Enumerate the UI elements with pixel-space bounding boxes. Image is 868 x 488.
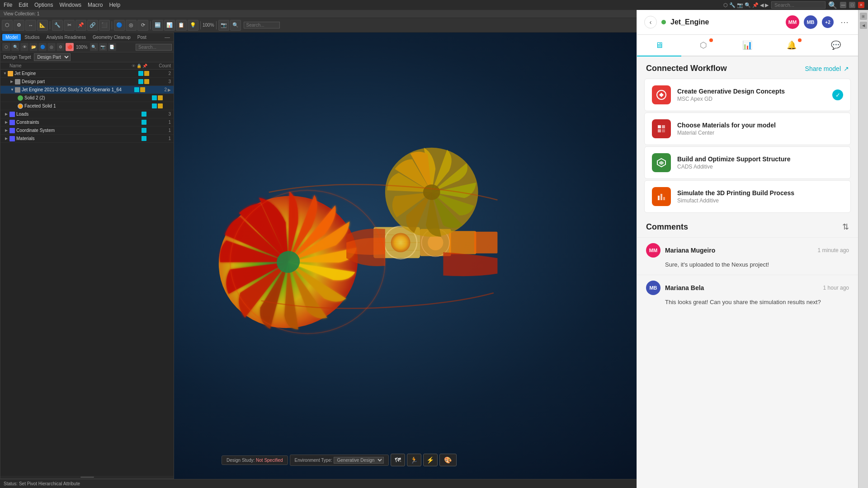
toolbar-icon-4[interactable]: 📐 [37, 20, 48, 31]
tab-studios[interactable]: Studios [21, 34, 42, 41]
tree-row-selected[interactable]: ▼ Jet Engine 2021-3 GD Study 2 GD Scenar… [0, 86, 174, 94]
more-menu-button[interactable]: ⋯ [838, 16, 851, 28]
toolbar-icon-6[interactable]: ✂ [64, 20, 75, 31]
menu-help[interactable]: Help [109, 2, 120, 8]
tab-analysis[interactable]: Analysis Readiness [43, 34, 89, 41]
back-button[interactable]: ‹ [644, 16, 657, 28]
toolbar-icon-18[interactable]: 🔍 [230, 20, 241, 31]
rsb-icon-1[interactable]: ⊞ [860, 13, 867, 20]
search-icon[interactable]: 🔍 [828, 1, 837, 9]
expand-arrow[interactable]: ▶ [5, 128, 9, 132]
panel-content: Connected Workflow Share model ↗ [637, 56, 858, 488]
toolbar-icon-3[interactable]: ↔ [25, 20, 36, 31]
avatar-mm[interactable]: MM [786, 15, 799, 29]
tree-tool-6[interactable]: ◎ [47, 43, 56, 51]
wf-text-ca: Build and Optimize Support Structure CAD… [677, 155, 843, 170]
tree-tool-8[interactable]: 🔴 [66, 43, 74, 51]
tree-tool-camera[interactable]: 📷 [99, 43, 107, 51]
bottom-icon-btn-4[interactable]: 🎨 [439, 454, 457, 466]
comment-avatar-mm[interactable]: MM [646, 243, 660, 258]
menu-options[interactable]: Options [34, 2, 53, 8]
tree-row[interactable]: ▶ Constraints 1 [0, 118, 174, 127]
toolbar-icon-9[interactable]: ⬛ [99, 20, 110, 31]
tree-tool-7[interactable]: ⚙ [57, 43, 65, 51]
toolbar-icon-5[interactable]: 🔧 [52, 20, 63, 31]
toolbar-icon-2[interactable]: ⚙ [14, 20, 24, 31]
toolbar-icon-1[interactable]: ⬡ [2, 20, 13, 31]
tab-post[interactable]: Post [134, 34, 150, 41]
toolbar-icon-7[interactable]: 📌 [75, 20, 86, 31]
menu-edit[interactable]: Edit [19, 2, 28, 8]
workflow-card-gd[interactable]: Create Generative Design Concepts MSC Ap… [644, 79, 851, 111]
tree-tool-2[interactable]: 🔍 [11, 43, 19, 51]
expand-arrow[interactable]: ▶ [5, 136, 9, 141]
tree-row[interactable]: ▼ Jet Engine 2 [0, 70, 174, 78]
tab-display[interactable]: 🖥 [637, 35, 681, 56]
bottom-icon-btn-1[interactable]: 🗺 [391, 454, 405, 466]
workflow-card-mc[interactable]: Choose Materials for your model Material… [644, 113, 851, 145]
win-maximize[interactable]: □ [849, 2, 855, 8]
sort-button[interactable]: ⇅ [842, 222, 849, 232]
plus-badge[interactable]: +2 [822, 16, 834, 28]
bottom-icon-btn-3[interactable]: ⚡ [423, 454, 438, 466]
comment-avatar-mb[interactable]: MB [646, 281, 660, 295]
search-toolbar-input[interactable] [244, 22, 280, 28]
expand-arrow[interactable]: ▶ [10, 80, 15, 84]
tree-tool-3[interactable]: 👁 [20, 43, 28, 51]
toolbar-icon-11[interactable]: ◎ [126, 20, 137, 31]
tree-row[interactable]: Faceted Solid 1 [0, 102, 174, 110]
share-model-button[interactable]: Share model ↗ [805, 65, 849, 72]
tree-node-label: Faceted Solid 1 [24, 103, 144, 108]
tab-model[interactable]: Model [2, 34, 21, 41]
comment-text-2: This looks great! Can you share the simu… [665, 298, 849, 307]
tree-tool-1[interactable]: ⬡ [2, 43, 10, 51]
tree-search-input[interactable] [136, 44, 172, 51]
expand-arrow[interactable]: ▼ [10, 88, 15, 92]
expand-arrow[interactable]: ▶ [5, 112, 9, 116]
tree-row[interactable]: ▶ Design part 3 [0, 78, 174, 86]
expand-arrow[interactable]: ▼ [3, 71, 8, 75]
toolbar-icon-8[interactable]: 🔗 [87, 20, 98, 31]
design-target-label: Design Target [3, 55, 31, 60]
toolbar-icon-13[interactable]: 🔤 [152, 20, 163, 31]
search-input[interactable] [771, 1, 826, 9]
tree-close-btn[interactable]: — [163, 34, 172, 41]
menu-macro[interactable]: Macro [88, 2, 103, 8]
workflow-card-ca[interactable]: Build and Optimize Support Structure CAD… [644, 146, 851, 179]
win-close[interactable]: ✕ [858, 2, 864, 8]
toolbar-icon-14[interactable]: 📊 [164, 20, 175, 31]
tab-grid[interactable]: ⬡ [681, 35, 726, 56]
svg-rect-27 [662, 129, 665, 132]
workflow-cards-list: Create Generative Design Concepts MSC Ap… [637, 79, 858, 213]
menu-file[interactable]: File [4, 2, 12, 8]
expand-arrow[interactable]: ▶ [5, 120, 9, 124]
rsb-icon-2[interactable]: ◀ [860, 22, 867, 29]
design-target-select[interactable]: Design Part [34, 53, 71, 61]
tree-row[interactable]: Solid 2 (2) [0, 94, 174, 102]
toolbar-icon-15[interactable]: 📋 [176, 20, 187, 31]
tree-tool-layers[interactable]: 📑 [108, 43, 116, 51]
wf-sub-gd: MSC Apex GD [677, 96, 826, 102]
tree-tool-zoom[interactable]: 🔍 [90, 43, 98, 51]
tab-geometry[interactable]: Geometry Cleanup [90, 34, 134, 41]
toolbar-icon-10[interactable]: 🔵 [114, 20, 125, 31]
tree-tool-5[interactable]: 🔵 [38, 43, 47, 51]
tree-tool-4[interactable]: 📂 [29, 43, 38, 51]
design-study-value: Not Specified [256, 458, 283, 463]
workflow-card-sa[interactable]: Simulate the 3D Printing Build Process S… [644, 180, 851, 213]
tree-row[interactable]: ▶ Loads 3 [0, 110, 174, 118]
tree-row[interactable]: ▶ Materials 1 [0, 135, 174, 143]
tab-chart[interactable]: 📊 [726, 35, 770, 56]
env-type-select[interactable]: Generative Design [334, 457, 384, 464]
tab-chat[interactable]: 💬 [814, 35, 858, 56]
toolbar-icon-17[interactable]: 📷 [218, 20, 229, 31]
bottom-icon-btn-2[interactable]: 🏃 [407, 454, 421, 466]
menu-windows[interactable]: Windows [59, 2, 81, 8]
tree-resize-handle[interactable] [0, 476, 174, 479]
tab-bell[interactable]: 🔔 [769, 35, 814, 56]
tree-row[interactable]: ▶ Coordinate System 1 [0, 127, 174, 135]
win-minimize[interactable]: — [840, 2, 846, 8]
toolbar-icon-12[interactable]: ⟳ [137, 20, 148, 31]
toolbar-icon-16[interactable]: 💡 [188, 20, 198, 31]
avatar-mb[interactable]: MB [804, 15, 817, 29]
